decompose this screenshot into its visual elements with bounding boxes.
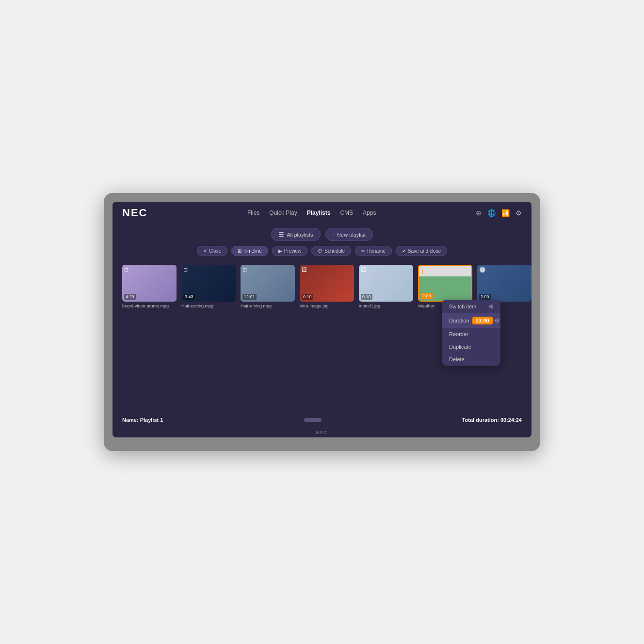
wifi-icon[interactable]: 📶 — [501, 209, 510, 217]
monitor-screen: NEC Files Quick Play Playlists CMS Apps … — [113, 202, 531, 437]
media-thumb-5: 🖼 0:10 — [359, 265, 413, 302]
duration-badge-4: 0:10 — [302, 294, 313, 300]
media-item-2[interactable]: ⊡ 3:43 Hair-cutting.mpg — [181, 265, 236, 308]
rename-icon: ✏ — [361, 248, 365, 254]
media-item-4[interactable]: 🖼 0:10 intro-image.jpg — [300, 265, 354, 308]
schedule-button[interactable]: ⏱ Schedule — [311, 246, 351, 256]
ctx-delete[interactable]: Delete — [442, 353, 500, 366]
media-label-2: Hair-cutting.mpg — [181, 304, 213, 308]
schedule-icon: ⏱ — [318, 248, 322, 254]
scroll-indicator[interactable] — [304, 418, 322, 422]
all-playlists-button[interactable]: ☰ All playlists — [271, 228, 320, 241]
close-circle-icon: ✕ — [203, 248, 207, 254]
ctx-duration-value[interactable]: 03:00 — [472, 317, 493, 324]
media-thumb-6: ↑ 2:00 — [418, 265, 472, 302]
ctx-reorder[interactable]: Reorder — [442, 328, 500, 340]
nav-cms[interactable]: CMS — [340, 209, 353, 216]
playlist-bar: ☰ All playlists + New playlist — [113, 224, 531, 243]
media-label-5: model1.jpg — [359, 304, 380, 308]
media-thumb-1: ⊡ 4:20 — [122, 265, 177, 302]
new-playlist-button[interactable]: + New playlist — [325, 228, 373, 241]
close-button[interactable]: ✕ Close — [197, 246, 228, 256]
timeline-icon: ⊞ — [238, 248, 242, 254]
duration-badge-5: 0:10 — [361, 294, 372, 300]
screen-footer: NEC — [113, 426, 531, 437]
nav-playlists[interactable]: Playlists — [307, 209, 331, 216]
clock-icon-7: 🕐 — [479, 267, 486, 273]
media-label-4: intro-image.jpg — [300, 304, 329, 308]
media-item-3[interactable]: ⊡ 12:01 Hair-drying.mpg — [241, 265, 295, 308]
media-label-6: Weather — [418, 304, 435, 308]
context-menu: Switch item ⊕ Duration 03:00 ⊖ Reorder D… — [442, 300, 500, 366]
duration-badge-2: 3:43 — [183, 294, 195, 300]
video-icon-1: ⊡ — [124, 267, 129, 273]
ctx-duration[interactable]: Duration 03:00 ⊖ — [442, 313, 500, 328]
status-bar: Name: Playlist 1 Total duration: 00:24:2… — [113, 414, 531, 426]
save-close-button[interactable]: ✔ Save and close — [396, 246, 447, 256]
media-item-5[interactable]: 🖼 0:10 model1.jpg — [359, 265, 413, 308]
video-icon-3: ⊡ — [242, 267, 247, 273]
playlist-name: Name: Playlist 1 — [122, 417, 163, 423]
list-icon: ☰ — [278, 231, 284, 238]
top-nav: NEC Files Quick Play Playlists CMS Apps … — [113, 202, 531, 224]
duration-badge-7: 2:00 — [479, 294, 491, 300]
globe-icon[interactable]: 🌐 — [487, 209, 496, 217]
media-thumb-3: ⊡ 12:01 — [241, 265, 295, 302]
ctx-add-icon: ⊕ — [489, 303, 494, 310]
nav-quickplay[interactable]: Quick Play — [269, 209, 297, 216]
media-item-1[interactable]: ⊡ 4:20 brand-video-promo.mpg — [122, 265, 177, 308]
media-label-3: Hair-drying.mpg — [241, 304, 272, 308]
preview-icon: ▶ — [278, 248, 282, 254]
ctx-switch-item[interactable]: Switch item ⊕ — [442, 300, 500, 313]
media-thumb-2: ⊡ 3:43 — [181, 265, 236, 302]
monitor-outer: NEC Files Quick Play Playlists CMS Apps … — [104, 193, 540, 451]
ctx-minus-icon: ⊖ — [495, 317, 499, 324]
total-duration: Total duration: 00:24:24 — [462, 417, 522, 423]
duration-badge-1: 4:20 — [124, 294, 136, 300]
settings-icon[interactable]: ⚙ — [515, 209, 522, 217]
content-area: ⊡ 4:20 brand-video-promo.mpg ⊡ 3:43 Hair… — [113, 260, 531, 414]
nav-icons: ⊕ 🌐 📶 ⚙ — [476, 209, 522, 217]
media-label-1: brand-video-promo.mpg — [122, 304, 169, 308]
logo: NEC — [122, 207, 147, 219]
image-icon-5: 🖼 — [361, 267, 366, 273]
video-icon-2: ⊡ — [183, 267, 188, 273]
toolbar: ✕ Close ⊞ Timeline ▶ Preview ⏱ Schedule … — [113, 243, 531, 260]
nav-apps[interactable]: Apps — [363, 209, 376, 216]
save-icon: ✔ — [402, 248, 406, 254]
nav-files[interactable]: Files — [247, 209, 259, 216]
add-icon[interactable]: ⊕ — [476, 209, 482, 217]
nav-links: Files Quick Play Playlists CMS Apps — [247, 209, 376, 216]
duration-badge-3: 12:01 — [242, 294, 257, 300]
media-thumb-4: 🖼 0:10 — [300, 265, 354, 302]
media-thumb-7: 🕐 2:00 — [477, 265, 531, 302]
preview-button[interactable]: ▶ Preview — [272, 246, 308, 256]
ctx-duplicate[interactable]: Duplicate — [442, 340, 500, 353]
timeline-button[interactable]: ⊞ Timeline — [231, 246, 268, 256]
image-icon-4: 🖼 — [302, 267, 307, 273]
duration-badge-6: 2:00 — [421, 293, 433, 299]
rename-button[interactable]: ✏ Rename — [355, 246, 392, 256]
